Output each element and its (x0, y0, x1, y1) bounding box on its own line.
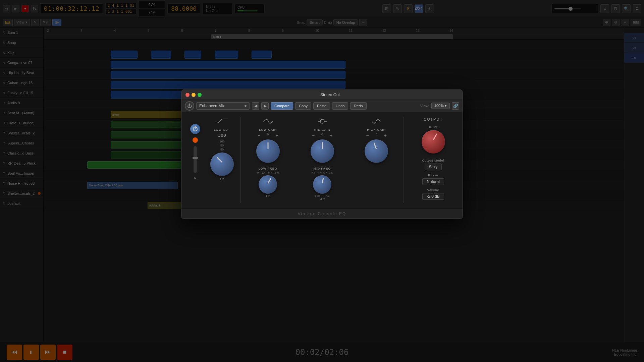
output-section: OUTPUT DRIVE Output Model Silky Phase Na… (404, 117, 457, 203)
next-preset-button[interactable]: ▶ (261, 102, 269, 110)
redo-button[interactable]: Redo (350, 102, 366, 110)
phase-value[interactable]: Natural (422, 178, 444, 185)
plugin-toolbar: ⏻ Enhanced Mix ▼ ◀ ▶ Compare Copy Paste … (181, 100, 463, 112)
low-cut-label: LOW CUT (214, 128, 230, 131)
view-value[interactable]: 100% ▾ (431, 103, 450, 109)
high-gain-section: HIGH GAIN − 0 + (349, 117, 404, 203)
volume-label: Volume (427, 188, 439, 192)
volume-value: -2.0 dB (422, 193, 444, 200)
mid-gain-controls: − 0 + (312, 133, 332, 138)
power-button[interactable]: ⏻ (185, 101, 194, 111)
low-freq-unit: Hz (257, 194, 280, 198)
mid-freq-container: MID FREQ 0.7 1.6 3.2 4.8 0.36 7. (312, 167, 333, 201)
window-minimize-button[interactable] (192, 93, 196, 97)
low-freq-knob-wrap (257, 175, 280, 194)
low-freq-knob[interactable] (259, 175, 277, 194)
low-freq-marks: 35 60 110 220 (257, 172, 280, 175)
compare-button[interactable]: Compare (271, 102, 293, 110)
drive-label: DRIVE (428, 125, 439, 129)
low-freq-label: LOW FREQ (257, 167, 280, 170)
mid-freq-knob-wrap (312, 175, 333, 194)
preset-dropdown-container: Enhanced Mix ▼ (196, 102, 250, 110)
high-gain-label: HIGH GAIN (367, 128, 386, 131)
mid-freq-knob[interactable] (313, 175, 331, 194)
high-gain-knob[interactable] (365, 139, 388, 163)
window-close-button[interactable] (185, 93, 190, 97)
mid-freq-unit: kHz (312, 197, 333, 201)
plugin-titlebar: Stereo Out (181, 90, 463, 100)
fader-track (194, 146, 197, 173)
low-cut-section: LOW CUT 300 160 80 50 Hz (204, 117, 241, 203)
eq-left-panel: N (187, 117, 204, 203)
plugin-footer: Vintage Console EQ (181, 208, 463, 219)
mid-band-icon (316, 117, 328, 125)
low-gain-section: LOW GAIN − 0 + LOW FREQ 35 60 110 (241, 117, 295, 203)
undo-button[interactable]: Undo (332, 102, 348, 110)
eq-power-button[interactable] (190, 124, 200, 134)
plugin-window-title: Stereo Out (202, 93, 459, 97)
paste-button[interactable]: Paste (313, 102, 330, 110)
output-model-label: Output Model (422, 159, 444, 162)
drive-knob[interactable] (422, 130, 445, 154)
fader-label: N (194, 176, 197, 180)
low-cut-unit: Hz (220, 177, 224, 181)
prev-preset-button[interactable]: ◀ (252, 102, 259, 110)
high-band-icon (370, 117, 382, 125)
active-indicator (193, 137, 198, 143)
mid-gain-label: MID GAIN (314, 128, 330, 131)
plugin-footer-title: Vintage Console EQ (298, 212, 346, 216)
mid-gain-knob[interactable] (311, 139, 334, 163)
output-model-value[interactable]: Silky (425, 164, 442, 170)
mid-freq-sub-marks: 0.36 7.2 (312, 194, 333, 197)
low-gain-controls: − 0 + (258, 133, 278, 138)
low-gain-label: LOW GAIN (259, 128, 277, 131)
low-gain-knob[interactable] (256, 139, 280, 163)
low-cut-knob-container: 160 80 50 Hz (210, 140, 234, 181)
low-cut-value: 300 (214, 133, 230, 138)
low-band-icon (262, 117, 274, 125)
phase-label: Phase (428, 174, 438, 177)
view-label: View: (420, 104, 429, 108)
high-gain-controls: − 0 + (366, 133, 386, 138)
svg-point-0 (320, 119, 324, 123)
plugin-window: Stereo Out ⏻ Enhanced Mix ▼ ◀ ▶ Compare … (181, 89, 463, 219)
fader-thumb[interactable] (193, 157, 198, 159)
link-button[interactable]: 🔗 (452, 102, 459, 110)
mid-freq-marks: 0.7 1.6 3.2 4.8 (312, 172, 333, 175)
mid-section: MID GAIN − 0 + MID FREQ 0.7 1.6 3.2 (295, 117, 350, 203)
low-cut-icon (215, 117, 229, 125)
low-freq-container: LOW FREQ 35 60 110 220 Hz (257, 167, 280, 198)
copy-button[interactable]: Copy (295, 102, 311, 110)
output-title: OUTPUT (424, 117, 443, 121)
eq-body: N LOW CUT 300 160 (181, 112, 463, 208)
low-cut-label-container: LOW CUT 300 (214, 128, 230, 138)
window-maximize-button[interactable] (198, 93, 202, 97)
preset-dropdown[interactable]: Enhanced Mix ▼ (196, 102, 250, 110)
mid-freq-label: MID FREQ (312, 167, 333, 170)
low-cut-knob[interactable] (210, 153, 234, 176)
plugin-overlay: Stereo Out ⏻ Enhanced Mix ▼ ◀ ▶ Compare … (0, 0, 644, 362)
